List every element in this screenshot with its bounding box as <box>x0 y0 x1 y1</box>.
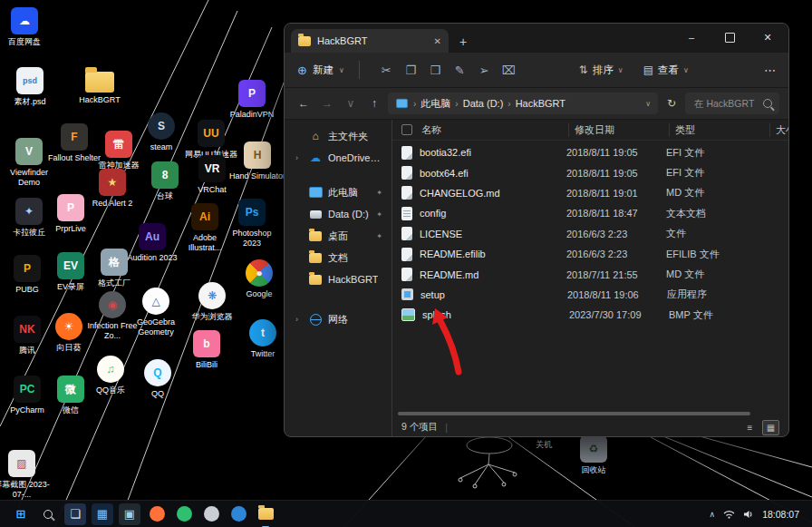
sort-icon: ⇅ <box>579 63 588 76</box>
desktop-icon[interactable]: HHand Simulator <box>228 142 286 181</box>
search-input[interactable] <box>692 97 758 110</box>
address-dropdown-icon[interactable]: ∨ <box>645 100 651 108</box>
app-icon: ✦ <box>15 198 43 225</box>
scrollbar-thumb[interactable] <box>398 412 750 415</box>
app-icon: △ <box>142 288 169 315</box>
desktop-icon[interactable]: psd素材.psd <box>1 67 59 107</box>
breadcrumb-item[interactable]: 此电脑 <box>420 97 450 111</box>
file-row[interactable]: splash2023/7/30 17:09BMP 文件 <box>401 305 788 325</box>
taskview-button[interactable]: ❏ <box>64 503 86 525</box>
desktop-icon[interactable]: QQQ <box>129 359 187 399</box>
file-name: setup <box>420 289 567 300</box>
share-icon[interactable]: ➢ <box>472 63 497 77</box>
desktop-icon[interactable]: ☁百度网盘 <box>0 7 53 47</box>
back-button[interactable]: ← <box>294 97 314 110</box>
select-all-checkbox[interactable] <box>401 124 412 135</box>
folder-icon <box>258 508 274 520</box>
column-header-size[interactable]: 大小 <box>769 123 788 137</box>
new-button[interactable]: ⊕ 新建 ∨ <box>297 63 344 77</box>
desktop-icon[interactable]: VViewfinder Demo <box>0 138 58 188</box>
file-row[interactable]: bootx64.efi2018/8/11 19:05EFI 文件 <box>401 162 788 182</box>
desktop-icon[interactable]: HackBGRT <box>71 65 129 105</box>
sidebar-item-主文件夹[interactable]: ⌂主文件夹 <box>288 125 388 147</box>
file-row[interactable]: setup2018/8/11 19:06应用程序 <box>401 285 788 305</box>
column-header-type[interactable]: 类型 <box>669 123 769 137</box>
sidebar-item-HackBGRT[interactable]: HackBGRT <box>288 268 388 290</box>
view-button[interactable]: ▤ 查看 ∨ <box>643 63 689 77</box>
file-row[interactable]: bootia32.efi2018/8/11 19:05EFI 文件 <box>401 142 788 162</box>
grey-app-button[interactable] <box>200 503 222 525</box>
pinned-app-button[interactable]: ▣ <box>119 503 140 525</box>
explorer-tab[interactable]: HackBGRT ✕ <box>291 29 449 53</box>
rename-icon[interactable]: ✎ <box>448 63 472 77</box>
file-row[interactable]: README.md2018/7/11 21:55MD 文件 <box>401 264 788 284</box>
search-button[interactable] <box>37 503 59 525</box>
copy-icon[interactable]: ❐ <box>399 63 423 77</box>
sidebar-item-此电脑[interactable]: 此电脑✦ <box>288 181 388 203</box>
command-toolbar: ⊕ 新建 ∨ ✂❐❒✎➢⌧ ⇅ 排序 ∨ ▤ 查看 ∨ ⋯ <box>285 53 788 88</box>
desktop-icon[interactable]: PsPhotoshop 2023 <box>223 199 281 249</box>
icons-view-toggle[interactable]: ▦ <box>762 420 779 435</box>
sidebar-item-网络[interactable]: ›网络 <box>288 308 388 330</box>
sidebar-item-文档[interactable]: 文档 <box>288 247 388 268</box>
file-explorer-button[interactable] <box>255 503 276 525</box>
file-name: bootx64.efi <box>420 168 566 179</box>
sidebar-item-Data (D:)[interactable]: Data (D:)✦ <box>288 203 388 225</box>
file-row[interactable]: README.efilib2016/6/3 2:23EFILIB 文件 <box>401 244 788 264</box>
delete-icon[interactable]: ⌧ <box>497 63 521 77</box>
file-row[interactable]: LICENSE2016/6/3 2:23文件 <box>401 224 788 244</box>
edge-button[interactable] <box>227 503 249 525</box>
green-app-button[interactable] <box>173 503 195 525</box>
app-icon: P <box>57 194 84 221</box>
details-view-toggle[interactable]: ≡ <box>742 421 758 434</box>
chevron-right-icon[interactable]: › <box>295 153 303 162</box>
refresh-button[interactable]: ↻ <box>662 97 682 110</box>
folder-icon <box>85 72 114 93</box>
file-row[interactable]: config2018/8/11 18:47文本文档 <box>401 203 788 223</box>
forward-button[interactable]: → <box>317 97 337 110</box>
start-button[interactable]: ⊞ <box>10 503 32 525</box>
close-button[interactable]: ✕ <box>749 24 787 51</box>
recent-locations-button[interactable]: ∨ <box>341 97 361 110</box>
firefox-button[interactable] <box>146 503 168 525</box>
file-list-pane: 名称 修改日期 类型 大小 bootia32.efi2018/8/11 19:0… <box>392 120 788 436</box>
sidebar-item-桌面[interactable]: 桌面✦ <box>288 225 388 247</box>
file-rows: bootia32.efi2018/8/11 19:05EFI 文件bootx64… <box>392 141 788 409</box>
volume-icon[interactable] <box>743 510 754 519</box>
tab-close-icon[interactable]: ✕ <box>434 36 441 46</box>
file-row[interactable]: CHANGELOG.md2018/8/11 19:01MD 文件 <box>401 183 788 203</box>
app-icon: ▨ <box>8 450 35 477</box>
paste-icon[interactable]: ❒ <box>423 63 448 77</box>
desktop-icon[interactable]: PPrprLive <box>42 194 100 234</box>
up-button[interactable]: ↑ <box>364 97 384 110</box>
sidebar-item-label: 主文件夹 <box>328 130 368 143</box>
chevron-right-icon[interactable]: › <box>295 315 303 324</box>
breadcrumb[interactable]: ›此电脑›Data (D:)›HackBGRT ∨ <box>388 93 658 114</box>
breadcrumb-item[interactable]: HackBGRT <box>516 98 566 109</box>
more-options-button[interactable]: ⋯ <box>764 63 776 77</box>
desktop-icon[interactable]: PPaladinVPN <box>223 80 281 120</box>
minimize-button[interactable]: – <box>672 24 710 51</box>
folder-icon <box>308 253 323 263</box>
desktop-icon[interactable]: ☀向日葵 <box>40 313 98 353</box>
search-box[interactable] <box>685 93 779 114</box>
widgets-button[interactable]: ▦ <box>92 503 113 525</box>
desktop-icon[interactable]: ▨屏幕截图 2023-07-... <box>0 450 51 500</box>
maximize-button[interactable] <box>710 24 749 51</box>
breadcrumb-item[interactable]: Data (D:) <box>463 98 504 109</box>
desktop-icon[interactable]: PCPyCharm <box>0 376 56 415</box>
tray-chevron-icon[interactable]: ∧ <box>710 510 716 519</box>
column-header-date[interactable]: 修改日期 <box>568 123 669 137</box>
desktop-icon[interactable]: 格格式工厂 <box>85 249 143 288</box>
desktop-icon[interactable]: ❋华为浏览器 <box>183 282 241 322</box>
clock[interactable]: 18:08:07 <box>762 509 799 520</box>
column-header-name[interactable]: 名称 <box>421 123 568 137</box>
desktop-icon[interactable]: ♻回收站 <box>565 435 623 475</box>
plus-icon: ⊕ <box>297 63 307 77</box>
app-icon: Au <box>139 223 166 250</box>
sort-button[interactable]: ⇅ 排序 ∨ <box>579 63 624 77</box>
new-tab-button[interactable]: + <box>459 34 467 49</box>
cut-icon[interactable]: ✂ <box>374 63 399 77</box>
sidebar-item-OneDrive - Person[interactable]: ›☁OneDrive - Person <box>288 147 388 169</box>
wifi-icon[interactable] <box>723 510 735 519</box>
